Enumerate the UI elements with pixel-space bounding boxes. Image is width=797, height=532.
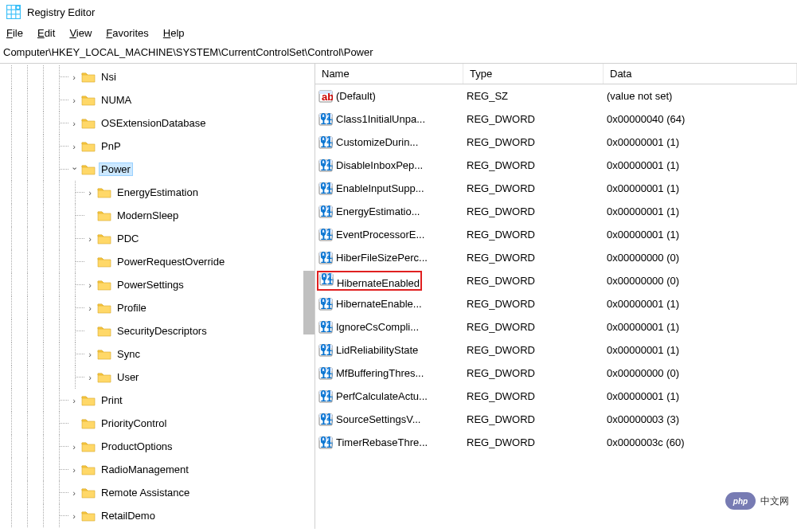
tree-item-remote-assistance[interactable]: › Remote Assistance (0, 481, 315, 504)
cell-type: REG_DWORD (463, 111, 604, 127)
binary-value-icon: 011 110 (318, 343, 333, 358)
tree-label: PowerRequestOverride (115, 255, 227, 268)
value-row[interactable]: 011 110 PerfCalculateActu...REG_DWORD0x0… (315, 385, 797, 408)
tree-label: RadioManagement (99, 463, 191, 476)
value-row[interactable]: 011 110 CustomizeDurin...REG_DWORD0x0000… (315, 131, 797, 154)
tree-label: PDC (115, 232, 141, 245)
cell-name: 011 110 HiberFileSizePerc... (315, 249, 463, 267)
cell-name: ab (Default) (315, 88, 463, 105)
cell-name: 011 110 MfBufferingThres... (315, 365, 463, 382)
address-bar[interactable]: Computer\HKEY_LOCAL_MACHINE\SYSTEM\Curre… (0, 43, 797, 64)
expand-toggle[interactable]: › (68, 442, 80, 452)
value-row[interactable]: 011 110 EnergyEstimatio...REG_DWORD0x000… (315, 200, 797, 223)
tree-label: ProductOptions (99, 440, 175, 453)
header-name[interactable]: Name (315, 64, 463, 84)
expand-toggle[interactable]: › (68, 511, 80, 521)
binary-value-icon: 011 110 (318, 182, 333, 196)
tree-item-nsi[interactable]: › Nsi (0, 65, 315, 88)
folder-icon (97, 209, 111, 221)
value-row[interactable]: 011 110 HibernateEnable...REG_DWORD0x000… (315, 292, 797, 315)
cell-data: (value not set) (604, 88, 797, 104)
binary-value-icon: 011 110 (319, 272, 334, 287)
expand-toggle[interactable]: › (68, 72, 80, 82)
expand-toggle[interactable]: ⌄ (68, 162, 80, 172)
folder-icon (97, 302, 111, 314)
expand-toggle[interactable]: › (68, 488, 80, 498)
header-type[interactable]: Type (463, 64, 604, 84)
menu-help[interactable]: Help (163, 27, 185, 39)
folder-icon (81, 440, 96, 452)
menu-edit[interactable]: Edit (37, 27, 55, 39)
tree-label: Print (99, 393, 125, 407)
tree-label: Nsi (99, 70, 119, 84)
tree-label: ModernSleep (115, 209, 181, 222)
value-row[interactable]: ab (Default)REG_SZ(value not set) (315, 84, 797, 108)
tree-item-sync[interactable]: › Sync (0, 342, 315, 366)
svg-text:110: 110 (321, 115, 334, 127)
menu-view[interactable]: View (69, 27, 92, 39)
expand-toggle[interactable]: › (84, 280, 96, 290)
tree-item-profile[interactable]: › Profile (0, 296, 315, 319)
cell-data: 0x00000001 (1) (604, 204, 797, 219)
value-name: HibernateEnabled (337, 277, 420, 289)
cell-data: 0x00000001 (1) (604, 319, 797, 334)
value-row[interactable]: 011 110 SourceSettingsV...REG_DWORD0x000… (315, 408, 797, 431)
value-row[interactable]: 011 110 IgnoreCsCompli...REG_DWORD0x0000… (315, 315, 797, 338)
header-data[interactable]: Data (604, 64, 797, 84)
menu-favorites[interactable]: Favorites (106, 27, 148, 39)
expand-toggle[interactable]: › (84, 234, 96, 244)
list-panel[interactable]: Name Type Data ab (Default)REG_SZ(value … (315, 64, 797, 529)
expand-toggle[interactable]: › (68, 119, 80, 128)
tree-item-pnp[interactable]: › PnP (0, 135, 315, 158)
cell-data: 0x00000000 (0) (604, 366, 797, 381)
tree-item-retaildemo[interactable]: › RetailDemo (0, 504, 315, 527)
tree-item-securitydescriptors[interactable]: SecurityDescriptors (0, 319, 315, 342)
value-row[interactable]: 011 110 EventProcessorE...REG_DWORD0x000… (315, 223, 797, 246)
expand-toggle[interactable]: › (84, 350, 96, 359)
expand-toggle[interactable]: › (68, 396, 80, 405)
menu-file[interactable]: File (6, 27, 23, 39)
tree-item-power[interactable]: ⌄ Power (0, 158, 315, 181)
expand-toggle[interactable]: › (68, 465, 80, 475)
tree-item-powerrequestoverride[interactable]: PowerRequestOverride (0, 250, 315, 273)
tree-item-modernsleep[interactable]: ModernSleep (0, 204, 315, 227)
tree-item-radiomanagement[interactable]: › RadioManagement (0, 458, 315, 481)
tree-item-productoptions[interactable]: › ProductOptions (0, 435, 315, 458)
value-row[interactable]: 011 110 HibernateEnabledREG_DWORD0x00000… (315, 269, 797, 292)
tree-panel[interactable]: › Nsi› NUMA› OSExtensionDatabase› PnP⌄ P… (0, 64, 315, 529)
cell-type: REG_DWORD (463, 412, 604, 427)
tree-item-user[interactable]: › User (0, 366, 315, 389)
expand-toggle[interactable]: › (84, 373, 96, 382)
cell-type: REG_DWORD (463, 181, 604, 196)
tree-label: Power (99, 162, 133, 176)
value-name: HibernateEnable... (336, 298, 422, 310)
tree-item-pdc[interactable]: › PDC (0, 227, 315, 250)
tree-item-energyestimation[interactable]: › EnergyEstimation (0, 181, 315, 204)
value-row[interactable]: 011 110 TimerRebaseThre...REG_DWORD0x000… (315, 431, 797, 454)
svg-rect-6 (16, 10, 20, 14)
expand-toggle[interactable]: › (84, 188, 96, 198)
folder-icon (81, 394, 96, 406)
tree-item-powersettings[interactable]: › PowerSettings (0, 273, 315, 296)
value-row[interactable]: 011 110 EnableInputSupp...REG_DWORD0x000… (315, 177, 797, 200)
binary-value-icon: 011 110 (318, 251, 333, 265)
svg-text:110: 110 (321, 230, 334, 242)
cell-data: 0x00000001 (1) (604, 181, 797, 196)
php-badge-text: 中文网 (760, 495, 789, 508)
expand-toggle[interactable]: › (68, 142, 80, 151)
expand-toggle[interactable]: › (84, 303, 96, 313)
value-row[interactable]: 011 110 LidReliabilityStateREG_DWORD0x00… (315, 338, 797, 362)
value-row[interactable]: 011 110 Class1InitialUnpa...REG_DWORD0x0… (315, 108, 797, 131)
value-row[interactable]: 011 110 MfBufferingThres...REG_DWORD0x00… (315, 362, 797, 385)
tree-item-prioritycontrol[interactable]: PriorityControl (0, 412, 315, 435)
svg-text:110: 110 (321, 346, 334, 358)
tree-label: Profile (115, 301, 149, 315)
tree-item-osextensiondatabase[interactable]: › OSExtensionDatabase (0, 111, 315, 135)
scrollbar-thumb[interactable] (303, 271, 315, 334)
tree-label: PnP (99, 139, 123, 153)
tree-item-print[interactable]: › Print (0, 389, 315, 412)
expand-toggle[interactable]: › (68, 96, 80, 105)
tree-item-numa[interactable]: › NUMA (0, 88, 315, 111)
value-row[interactable]: 011 110 HiberFileSizePerc...REG_DWORD0x0… (315, 246, 797, 269)
value-row[interactable]: 011 110 DisableInboxPep...REG_DWORD0x000… (315, 154, 797, 177)
